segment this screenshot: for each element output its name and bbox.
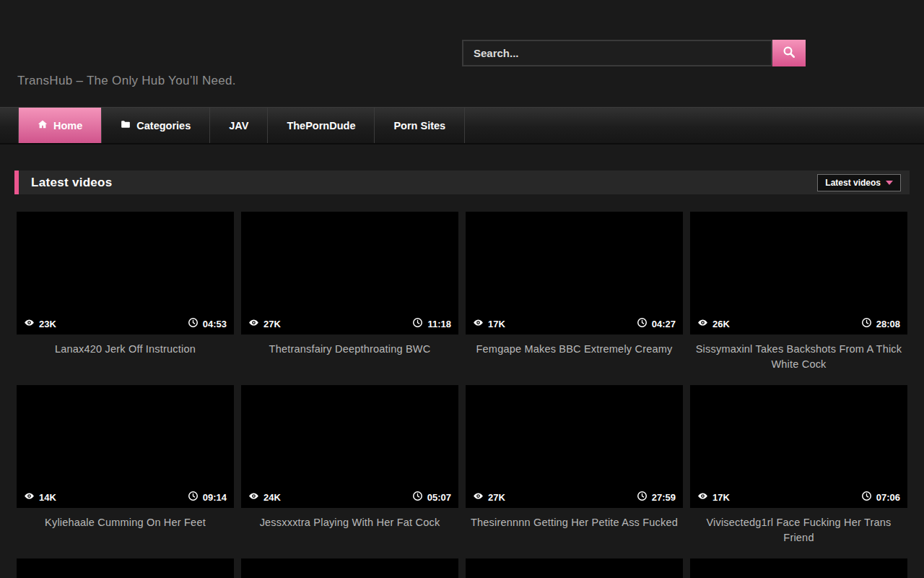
nav-tab-porn-sites[interactable]: Porn Sites: [375, 108, 465, 143]
main-nav: HomeCategoriesJAVThePornDudePorn Sites: [0, 107, 924, 144]
views-count: 26K: [697, 317, 730, 330]
views-value: 17K: [488, 319, 505, 329]
video-card[interactable]: 27K27:59Thesirennnn Getting Her Petite A…: [466, 385, 683, 558]
clock-icon: [412, 491, 423, 504]
eye-icon: [473, 317, 484, 330]
video-thumbnail[interactable]: [241, 558, 458, 578]
video-title[interactable]: Jessxxxtra Playing With Her Fat Cock: [241, 508, 458, 558]
clock-icon: [188, 491, 199, 504]
search-button[interactable]: [772, 40, 806, 66]
eye-icon: [697, 317, 708, 330]
video-meta: 27K27:59: [466, 486, 683, 508]
clock-icon: [412, 317, 423, 330]
video-title[interactable]: Kyliehaale Cumming On Her Feet: [17, 508, 234, 558]
video-title[interactable]: Lanax420 Jerk Off Instruction: [17, 335, 234, 385]
eye-icon: [697, 491, 708, 504]
site-header: TransHub – The Only Hub You’ll Need.: [0, 0, 924, 107]
eye-icon: [24, 491, 35, 504]
views-count: 17K: [697, 491, 730, 504]
video-title[interactable]: Vivisectedg1rl Face Fucking Her Trans Fr…: [690, 508, 907, 558]
nav-tab-jav[interactable]: JAV: [210, 108, 268, 143]
video-duration: 05:07: [412, 491, 451, 504]
video-card[interactable]: 27K11:18Thetransfairy Deepthroating BWC: [241, 212, 458, 385]
video-grid: 23K04:53Lanax420 Jerk Off Instruction27K…: [17, 212, 907, 558]
section-title: Latest videos: [31, 176, 113, 190]
eye-icon: [473, 491, 484, 504]
video-thumbnail[interactable]: 17K04:27: [466, 212, 683, 335]
search-input[interactable]: [462, 40, 772, 66]
views-count: 27K: [248, 317, 281, 330]
eye-icon: [248, 317, 259, 330]
video-card[interactable]: 26K28:08Sissymaxinl Takes Backshots From…: [690, 212, 907, 385]
section-header: Latest videos Latest videos: [14, 171, 910, 194]
video-duration: 04:53: [188, 317, 227, 330]
nav-tab-categories[interactable]: Categories: [102, 108, 210, 143]
duration-value: 05:07: [427, 492, 451, 503]
video-thumbnail[interactable]: [17, 558, 234, 578]
video-thumbnail[interactable]: 24K05:07: [241, 385, 458, 508]
clock-icon: [637, 317, 648, 330]
views-count: 23K: [24, 317, 56, 330]
video-thumbnail[interactable]: 26K28:08: [690, 212, 907, 335]
video-thumbnail[interactable]: 27K11:18: [241, 212, 458, 335]
video-card[interactable]: 24K05:07Jessxxxtra Playing With Her Fat …: [241, 385, 458, 558]
video-thumbnail[interactable]: 17K07:06: [690, 385, 907, 508]
video-duration: 28:08: [861, 317, 900, 330]
eye-icon: [24, 317, 35, 330]
views-value: 17K: [712, 492, 730, 503]
views-value: 23K: [39, 319, 56, 329]
views-value: 27K: [263, 319, 281, 329]
clock-icon: [861, 491, 872, 504]
views-value: 14K: [39, 492, 56, 503]
nav-tab-label: JAV: [229, 120, 248, 131]
duration-value: 27:59: [652, 492, 676, 503]
video-meta: 17K04:27: [466, 313, 683, 335]
views-count: 17K: [473, 317, 505, 330]
video-card[interactable]: 23K04:53Lanax420 Jerk Off Instruction: [17, 212, 234, 385]
nav-tab-theporndude[interactable]: ThePornDude: [268, 108, 375, 143]
folder-icon: [121, 119, 131, 131]
views-value: 26K: [712, 319, 730, 329]
chevron-down-icon: [886, 181, 893, 185]
sort-dropdown[interactable]: Latest videos: [817, 174, 901, 191]
video-duration: 09:14: [188, 491, 227, 504]
eye-icon: [248, 491, 259, 504]
video-meta: 23K04:53: [17, 313, 234, 335]
video-grid-partial-row: [17, 558, 907, 578]
site-tagline: TransHub – The Only Hub You’ll Need.: [17, 74, 236, 88]
video-card[interactable]: 17K07:06Vivisectedg1rl Face Fucking Her …: [690, 385, 907, 558]
clock-icon: [637, 491, 648, 504]
video-card[interactable]: 14K09:14Kyliehaale Cumming On Her Feet: [17, 385, 234, 558]
video-duration: 04:27: [637, 317, 676, 330]
video-meta: 27K11:18: [241, 313, 458, 335]
video-meta: 26K28:08: [690, 313, 907, 335]
video-meta: 17K07:06: [690, 486, 907, 508]
duration-value: 04:27: [652, 319, 676, 329]
video-title[interactable]: Femgape Makes BBC Extremely Creamy: [466, 335, 683, 385]
video-meta: 24K05:07: [241, 486, 458, 508]
video-thumbnail[interactable]: [466, 558, 683, 578]
video-duration: 11:18: [412, 317, 451, 330]
video-thumbnail[interactable]: 14K09:14: [17, 385, 234, 508]
search-bar: [462, 40, 806, 66]
video-meta: 14K09:14: [17, 486, 234, 508]
video-title[interactable]: Thesirennnn Getting Her Petite Ass Fucke…: [466, 508, 683, 558]
sort-dropdown-label: Latest videos: [825, 178, 881, 188]
video-duration: 27:59: [637, 491, 676, 504]
duration-value: 09:14: [203, 492, 227, 503]
duration-value: 04:53: [203, 319, 227, 329]
video-card[interactable]: 17K04:27Femgape Makes BBC Extremely Crea…: [466, 212, 683, 385]
video-thumbnail[interactable]: 23K04:53: [17, 212, 234, 335]
video-thumbnail[interactable]: 27K27:59: [466, 385, 683, 508]
nav-tab-home[interactable]: Home: [18, 108, 102, 143]
clock-icon: [861, 317, 872, 330]
nav-tab-label: Porn Sites: [393, 120, 445, 131]
video-title[interactable]: Sissymaxinl Takes Backshots From A Thick…: [690, 335, 907, 385]
views-count: 27K: [473, 491, 505, 504]
video-duration: 07:06: [861, 491, 900, 504]
views-value: 24K: [263, 492, 281, 503]
video-thumbnail[interactable]: [690, 558, 907, 578]
views-value: 27K: [488, 492, 505, 503]
video-title[interactable]: Thetransfairy Deepthroating BWC: [241, 335, 458, 385]
nav-tab-label: Home: [53, 120, 82, 131]
